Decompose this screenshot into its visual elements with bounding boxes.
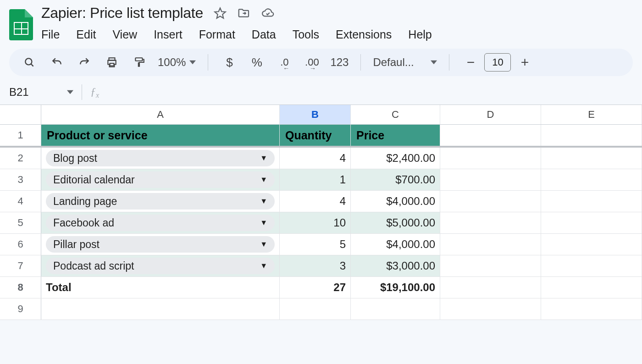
quantity-cell[interactable]: 1 [280, 169, 351, 190]
row-header[interactable]: 6 [0, 234, 41, 255]
menu-view[interactable]: View [112, 28, 137, 41]
cell[interactable] [541, 277, 642, 298]
row-header[interactable]: 9 [0, 298, 41, 320]
sheets-app-icon[interactable] [9, 9, 33, 40]
move-to-folder-icon[interactable] [237, 6, 251, 20]
decrease-font-size-button[interactable]: − [461, 53, 480, 72]
cell[interactable] [541, 212, 642, 233]
menu-edit[interactable]: Edit [76, 28, 96, 41]
product-cell[interactable]: Facebook ad▼ [41, 212, 280, 233]
undo-icon[interactable] [48, 53, 66, 72]
format-percent-button[interactable]: % [248, 53, 266, 72]
product-dropdown-chip[interactable]: Podcast ad script▼ [46, 258, 275, 274]
price-cell[interactable]: $3,000.00 [351, 255, 440, 276]
menu-data[interactable]: Data [252, 28, 276, 41]
product-dropdown-chip[interactable]: Blog post▼ [46, 150, 275, 166]
column-header-C[interactable]: C [351, 105, 440, 124]
product-cell[interactable]: Podcast ad script▼ [41, 255, 280, 276]
cell[interactable] [440, 169, 541, 190]
redo-icon[interactable] [75, 53, 94, 72]
column-header-A[interactable]: A [41, 105, 280, 124]
quantity-cell[interactable]: 5 [280, 234, 351, 255]
cell[interactable] [41, 298, 280, 320]
row-header[interactable]: 3 [0, 169, 41, 190]
cell[interactable] [541, 234, 642, 255]
name-box[interactable]: B21 [9, 86, 73, 99]
increase-decimal-button[interactable]: .00→ [303, 53, 321, 72]
cell[interactable] [541, 255, 642, 276]
cell[interactable] [440, 298, 541, 320]
cell[interactable] [440, 191, 541, 212]
column-header-D[interactable]: D [440, 105, 541, 124]
decrease-decimal-button[interactable]: .0← [275, 53, 293, 72]
font-family-dropdown[interactable]: Defaul... [373, 56, 437, 69]
column-header-E[interactable]: E [541, 105, 642, 124]
total-qty-cell[interactable]: 27 [280, 277, 351, 298]
product-dropdown-chip[interactable]: Editorial calendar▼ [46, 171, 275, 188]
search-icon[interactable] [20, 53, 39, 72]
more-formats-button[interactable]: 123 [330, 53, 349, 72]
row-header[interactable]: 5 [0, 212, 41, 233]
cell[interactable] [541, 298, 642, 320]
row-header[interactable]: 7 [0, 255, 41, 276]
product-cell[interactable]: Editorial calendar▼ [41, 169, 280, 190]
cloud-saved-icon[interactable] [261, 6, 275, 20]
price-cell[interactable]: $2,400.00 [351, 148, 440, 169]
price-cell[interactable]: $4,000.00 [351, 191, 440, 212]
cell[interactable] [351, 298, 440, 320]
menu-tools[interactable]: Tools [293, 28, 319, 41]
font-size-input[interactable]: 10 [484, 53, 511, 72]
header-price[interactable]: Price [351, 125, 440, 146]
menu-file[interactable]: File [41, 28, 60, 41]
cell[interactable] [280, 298, 351, 320]
product-cell[interactable]: Pillar post▼ [41, 234, 280, 255]
star-icon[interactable] [213, 6, 227, 20]
quantity-cell[interactable]: 10 [280, 212, 351, 233]
menu-format[interactable]: Format [199, 28, 235, 41]
paint-format-icon[interactable] [130, 53, 149, 72]
product-cell[interactable]: Blog post▼ [41, 148, 280, 169]
product-cell[interactable]: Landing page▼ [41, 191, 280, 212]
total-price-cell[interactable]: $19,100.00 [351, 277, 440, 298]
toolbar: 100% $ % .0← .00→ 123 Defaul... − 10 + [9, 49, 633, 76]
product-dropdown-chip[interactable]: Facebook ad▼ [46, 215, 275, 231]
cell[interactable] [541, 191, 642, 212]
menu-insert[interactable]: Insert [154, 28, 183, 41]
row-header[interactable]: 8 [0, 277, 41, 298]
row-header[interactable]: 2 [0, 148, 41, 169]
quantity-cell[interactable]: 4 [280, 148, 351, 169]
quantity-cell[interactable]: 4 [280, 191, 351, 212]
cell[interactable] [440, 234, 541, 255]
quantity-cell[interactable]: 3 [280, 255, 351, 276]
cell[interactable] [440, 148, 541, 169]
product-dropdown-chip[interactable]: Landing page▼ [46, 193, 275, 210]
header-product[interactable]: Product or service [41, 125, 280, 146]
price-cell[interactable]: $700.00 [351, 169, 440, 190]
format-currency-button[interactable]: $ [220, 53, 238, 72]
print-icon[interactable] [103, 53, 121, 72]
total-label-cell[interactable]: Total [41, 277, 280, 298]
product-dropdown-chip[interactable]: Pillar post▼ [46, 236, 275, 253]
cell[interactable] [440, 255, 541, 276]
cell[interactable] [440, 277, 541, 298]
svg-rect-2 [110, 63, 114, 66]
select-all-corner[interactable] [0, 105, 41, 124]
cell[interactable] [541, 148, 642, 169]
increase-font-size-button[interactable]: + [515, 53, 534, 72]
row-header[interactable]: 1 [0, 125, 41, 146]
formula-bar-fx-icon[interactable]: ƒx [90, 85, 99, 99]
menu-extensions[interactable]: Extensions [336, 28, 392, 41]
cell[interactable] [541, 169, 642, 190]
header-quantity[interactable]: Quantity [280, 125, 351, 146]
price-cell[interactable]: $5,000.00 [351, 212, 440, 233]
cell[interactable] [440, 212, 541, 233]
separator [360, 54, 361, 71]
cell[interactable] [440, 125, 541, 146]
document-title[interactable]: Zapier: Price list template [41, 5, 203, 22]
price-cell[interactable]: $4,000.00 [351, 234, 440, 255]
column-header-B[interactable]: B [280, 105, 351, 124]
zoom-dropdown[interactable]: 100% [158, 56, 196, 69]
menu-help[interactable]: Help [408, 28, 432, 41]
cell[interactable] [541, 125, 642, 146]
row-header[interactable]: 4 [0, 191, 41, 212]
